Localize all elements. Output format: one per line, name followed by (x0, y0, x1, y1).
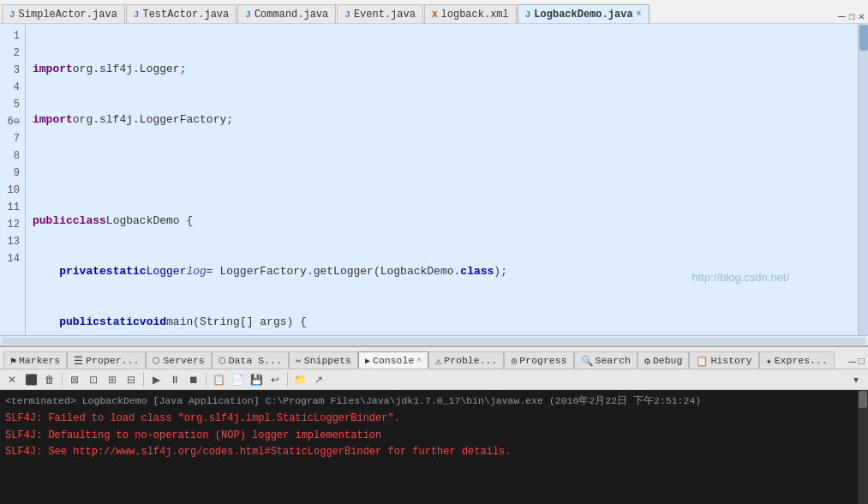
code-line-6: public static void main(String[] args) { (33, 314, 851, 331)
editor-vscrollbar[interactable] (858, 24, 868, 335)
tab-properties[interactable]: ☰ Proper... (67, 351, 146, 369)
close-console-icon[interactable]: × (416, 356, 422, 365)
tab-markers[interactable]: ⚑ Markers (3, 351, 67, 369)
undo-button[interactable]: ↩ (266, 371, 284, 388)
panel-maximize-button[interactable]: □ (859, 356, 865, 368)
toolbar-sep-3 (206, 373, 207, 387)
tab-event[interactable]: J Event.java (337, 4, 423, 23)
tab-search[interactable]: 🔍 Search (574, 351, 638, 369)
tab-debug[interactable]: ⚙ Debug (638, 351, 689, 369)
paste-button[interactable]: 📄 (229, 371, 246, 388)
remove-launch-button[interactable]: ⬛ (22, 371, 39, 388)
tab-expressions[interactable]: ✦ Expres... (759, 351, 835, 369)
tab-logbackdemo[interactable]: J LogbackDemo.java × (518, 4, 650, 23)
toolbar-sep-2 (143, 373, 144, 387)
debug-icon: ⚙ (644, 355, 650, 367)
editor-content: 1 2 3 4 5 6⊖ 7 8 9 10 11 12 13 14 import… (0, 24, 868, 335)
word-wrap-button[interactable]: ⊡ (85, 371, 102, 388)
panel-window-controls: — □ (848, 355, 868, 369)
toolbar-right: ▾ (847, 371, 865, 388)
history-icon: 📋 (696, 355, 708, 367)
vscroll-thumb[interactable] (859, 25, 868, 51)
editor-tab-bar: J SimpleActor.java J TestActor.java J Co… (0, 0, 868, 24)
console-line-1: SLF4J: Failed to load class "org.slf4j.i… (5, 411, 853, 427)
console-line-2: SLF4J: Defaulting to no-operation (NOP) … (5, 428, 853, 444)
save-button[interactable]: 💾 (248, 371, 265, 388)
snippets-icon: ✂ (296, 355, 302, 367)
progress-icon: ⊙ (511, 355, 517, 367)
restore-button[interactable]: ❐ (849, 10, 855, 23)
console-content: <terminated> LogbackDemo [Java Applicati… (0, 390, 868, 504)
tab-servers[interactable]: ⬡ Servers (146, 351, 211, 369)
new-console-button[interactable]: ⊞ (104, 371, 121, 388)
scroll-lock-button[interactable]: ⊠ (66, 371, 83, 388)
console-vscrollbar[interactable] (858, 390, 868, 504)
window-controls: — ❐ ✕ (838, 9, 868, 23)
tab-simpleactor[interactable]: J SimpleActor.java (2, 4, 125, 23)
editor-hscrollbar[interactable] (0, 335, 868, 345)
pin-console-button[interactable]: ⊟ (123, 371, 140, 388)
code-lines: import org.slf4j.Logger; import org.slf4… (26, 24, 858, 335)
markers-icon: ⚑ (10, 355, 16, 367)
toolbar-sep-1 (62, 373, 63, 387)
copy-button[interactable]: 📋 (210, 371, 227, 388)
hscroll-track[interactable] (2, 338, 866, 345)
view-menu-button[interactable]: ▾ (847, 371, 865, 388)
console-vscroll-thumb[interactable] (859, 391, 867, 408)
xml-icon: X (432, 9, 438, 20)
java-icon: J (525, 9, 531, 20)
java-icon: J (344, 9, 350, 20)
line-numbers: 1 2 3 4 5 6⊖ 7 8 9 10 11 12 13 14 (0, 24, 26, 335)
code-line-2: import org.slf4j.LoggerFactory; (33, 111, 851, 129)
tab-problems[interactable]: ⚠ Proble... (428, 351, 504, 369)
search-icon: 🔍 (581, 355, 593, 367)
editor-scroll[interactable]: 1 2 3 4 5 6⊖ 7 8 9 10 11 12 13 14 import… (0, 24, 858, 335)
code-line-5: private static Logger log = LoggerFactor… (33, 263, 851, 280)
terminate-button[interactable]: ✕ (3, 371, 21, 388)
toolbar-sep-4 (287, 373, 288, 387)
run-button[interactable]: ▶ (147, 371, 165, 388)
tab-history[interactable]: 📋 History (689, 351, 758, 369)
open-external-button[interactable]: ↗ (310, 371, 327, 388)
console-output[interactable]: <terminated> LogbackDemo [Java Applicati… (0, 390, 858, 504)
tab-logback[interactable]: X logback.xml (424, 4, 517, 23)
bottom-panel: ⚑ Markers ☰ Proper... ⬡ Servers ⬡ Data S… (0, 345, 868, 504)
code-line-3 (33, 162, 851, 179)
datasource-icon: ⬡ (218, 356, 226, 366)
code-line-4: public class LogbackDemo { (33, 213, 851, 230)
tab-console[interactable]: ▶ Console × (358, 351, 428, 369)
stop-button[interactable]: ⏹ (185, 371, 202, 388)
code-line-1: import org.slf4j.Logger; (33, 61, 851, 78)
tab-snippets[interactable]: ✂ Snippets (289, 351, 358, 369)
close-tab-icon[interactable]: × (637, 9, 642, 19)
console-line-3: SLF4J: See http://www.slf4j.org/codes.ht… (5, 444, 853, 460)
clear-console-button[interactable]: 🗑 (41, 371, 58, 388)
minimize-button[interactable]: — (838, 9, 845, 23)
java-icon: J (245, 9, 251, 20)
close-window-button[interactable]: ✕ (859, 10, 865, 23)
console-icon: ▶ (365, 356, 370, 366)
tab-testactor[interactable]: J TestActor.java (126, 4, 236, 23)
java-icon: J (134, 9, 140, 20)
console-toolbar: ✕ ⬛ 🗑 ⊠ ⊡ ⊞ ⊟ ▶ ⏸ ⏹ 📋 📄 💾 ↩ 📁 ↗ ▾ (0, 369, 868, 390)
problems-icon: ⚠ (435, 355, 441, 367)
pause-button[interactable]: ⏸ (166, 371, 183, 388)
java-icon: J (9, 9, 15, 20)
tab-progress[interactable]: ⊙ Progress (504, 351, 573, 369)
properties-icon: ☰ (74, 355, 83, 367)
console-tab-bar: ⚑ Markers ☰ Proper... ⬡ Servers ⬡ Data S… (0, 347, 868, 369)
open-button[interactable]: 📁 (291, 371, 308, 388)
tab-command[interactable]: J Command.java (237, 4, 336, 23)
console-title-line: <terminated> LogbackDemo [Java Applicati… (5, 393, 853, 409)
expressions-icon: ✦ (766, 355, 772, 367)
tab-datasource[interactable]: ⬡ Data S... (212, 351, 289, 369)
code-container: 1 2 3 4 5 6⊖ 7 8 9 10 11 12 13 14 import… (0, 24, 858, 335)
servers-icon: ⬡ (153, 356, 160, 366)
panel-minimize-button[interactable]: — (848, 355, 855, 369)
editor-area: 1 2 3 4 5 6⊖ 7 8 9 10 11 12 13 14 import… (0, 24, 868, 345)
